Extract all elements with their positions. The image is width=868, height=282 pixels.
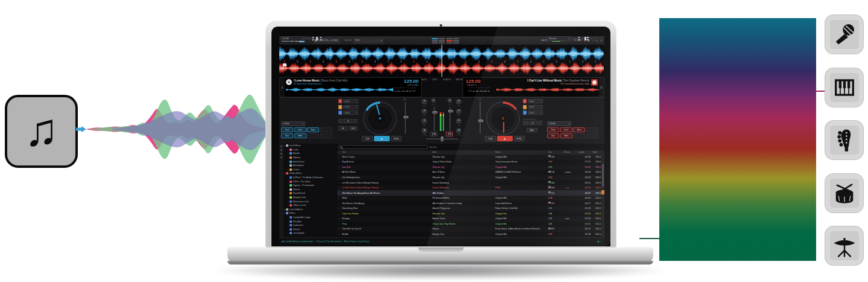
track-scrollbar[interactable]: [601, 150, 604, 237]
eq-knob-group[interactable]: FILTER: [422, 128, 427, 135]
fx-select[interactable]: NOISE▾: [281, 36, 305, 41]
eq-knob-group[interactable]: MID: [456, 109, 461, 116]
stem-pad[interactable]: HiHat: [294, 133, 306, 138]
deck-a-overview-waveform[interactable]: [286, 87, 393, 92]
sync-button[interactable]: SYNC: [391, 136, 402, 141]
prev-icon[interactable]: ◀: [282, 240, 284, 243]
bass-guitar-button[interactable]: [825, 120, 864, 160]
deck-b-bpm[interactable]: 125.00: [466, 79, 480, 84]
close-button[interactable]: ×: [600, 39, 602, 42]
fx-toggle-button[interactable]: [328, 37, 331, 40]
eq-knob-group[interactable]: FILTER: [456, 128, 461, 135]
stem-pad[interactable]: [320, 127, 332, 132]
hotcue-button[interactable]: Cue 1›: [343, 99, 358, 103]
table-row[interactable]: ♪ She Moves (Far Away) Alle Farben ft. G…: [337, 200, 601, 206]
column-artist[interactable]: Artist: [432, 151, 437, 153]
stem-pad[interactable]: [307, 133, 319, 138]
eq-knob[interactable]: [422, 118, 427, 124]
stem-pad[interactable]: Kick: [281, 133, 293, 138]
headphone-cue-right[interactable]: [446, 132, 453, 136]
hotcue-row[interactable]: 2 Cue 2›: [523, 105, 543, 109]
loop-double-button[interactable]: ›: [537, 121, 542, 125]
cymbal-button[interactable]: [825, 226, 864, 266]
play-icon[interactable]: ▶: [598, 240, 600, 243]
deck-b-stems-dropdown[interactable]: STEMS▾: [547, 121, 571, 126]
stem-pad[interactable]: Bass: [573, 127, 585, 132]
sidebar-folder-item[interactable]: Last played: [284, 231, 337, 236]
recommended-track[interactable]: Prince & The Revolution - When Doves Cry…: [317, 240, 369, 243]
hotcue-number[interactable]: 1: [338, 99, 342, 103]
cue-button[interactable]: CUE: [362, 136, 373, 141]
loop-size[interactable]: 32: [528, 121, 537, 125]
deck-a-stems-dropdown[interactable]: STEMS▾: [281, 121, 305, 126]
crossfader[interactable]: [426, 138, 458, 139]
fx-slider[interactable]: [572, 38, 593, 39]
deck-select-cluster[interactable]: [432, 38, 459, 44]
deck-a-pitch-fader[interactable]: [405, 102, 406, 133]
hotcue-number[interactable]: 2: [523, 105, 527, 109]
eq-knob[interactable]: [422, 109, 427, 114]
loop-in-button[interactable]: IN: [338, 126, 347, 130]
loop-double-button[interactable]: ›: [353, 119, 358, 123]
table-row[interactable]: ♪ What Ferdinand Weber Original Mix 05A …: [337, 196, 601, 201]
table-row[interactable]: ♪ Here I Come Sharam Jey Original Mix 03…: [337, 155, 601, 160]
eq-knob-group[interactable]: HIGH: [456, 99, 461, 106]
table-row[interactable]: ♪ Let Me Down (Tube & Berger Remix) Dani…: [337, 185, 601, 191]
deck-a-jogwheel[interactable]: [363, 101, 397, 135]
eq-knob[interactable]: [456, 99, 461, 104]
stem-pad[interactable]: Instru: [560, 127, 572, 132]
hotcue-row[interactable]: 3 Cue 3›: [523, 111, 543, 115]
stem-pad[interactable]: [586, 127, 598, 132]
eq-knob[interactable]: [456, 118, 461, 124]
tab-video[interactable]: VIDEO: [432, 79, 437, 81]
table-row[interactable]: ♪ Let Me Down (Tube & Berger Remix) Dani…: [337, 180, 601, 185]
search-input[interactable]: [338, 145, 428, 149]
deck-b-overview-waveform[interactable]: [496, 87, 599, 92]
sync-button[interactable]: SYNC: [514, 136, 525, 141]
layout-dropdown[interactable]: PRO ▾: [353, 38, 384, 43]
stem-pad[interactable]: Bass: [307, 127, 319, 132]
sidebar-folder-item[interactable]: • Crates: [284, 168, 337, 172]
deck-b-pitch-fader[interactable]: [480, 102, 481, 133]
sidebar-folder-item[interactable]: ▾ Online Music: [284, 171, 337, 176]
stem-pad[interactable]: [586, 133, 598, 138]
hotcue-number[interactable]: 3: [523, 111, 527, 115]
sidebar-folder-item[interactable]: Compatible songs: [284, 216, 337, 220]
table-row[interactable]: ♪ Something New Axwell Λ Ingrosso Robin …: [337, 206, 601, 211]
fx-row[interactable]: NOISE▾: [281, 36, 331, 41]
hotcue-button[interactable]: Cue 3›: [528, 111, 543, 115]
sidebar-folder-item[interactable]: • Videoer: [284, 156, 337, 160]
eq-knob[interactable]: [422, 128, 427, 133]
sidebar-folder-item[interactable]: • Skrivebord: [284, 164, 337, 168]
loop-half-button[interactable]: ‹: [338, 119, 343, 123]
tab-scratch[interactable]: SCRATCH: [443, 79, 451, 81]
hotcue-row[interactable]: 1 Cue 1›: [523, 99, 543, 103]
headphone-cue-left[interactable]: [430, 132, 437, 136]
table-row[interactable]: ♪ Jam Hot! Sharam Jey Original Mix 02B 0…: [337, 165, 601, 170]
tab-audio[interactable]: AUDIO: [422, 79, 427, 81]
table-row[interactable]: ♪ Clap Your Hands Sharam Jey Original mi…: [337, 211, 601, 217]
fx-select[interactable]: Wahwah▾: [547, 36, 571, 41]
hotcue-row[interactable]: 2 Cue 2›: [338, 105, 358, 109]
music-note-button[interactable]: ♫: [5, 95, 78, 168]
dismiss-icon[interactable]: ×: [601, 240, 602, 243]
rhythm-wave-panel[interactable]: [279, 45, 604, 77]
sidebar-folder-item[interactable]: Duplicates: [284, 223, 337, 228]
column-rating[interactable]: Rating: [564, 151, 569, 153]
loop-size[interactable]: 16: [344, 119, 352, 123]
tab-master[interactable]: MASTER: [456, 79, 463, 81]
channel-fader-left[interactable]: [434, 107, 435, 131]
rec-button[interactable]: REC: [527, 128, 537, 132]
sidebar-folder-item[interactable]: • Musikk: [284, 152, 337, 156]
eq-knob-group[interactable]: LOW: [422, 118, 427, 126]
deck-b-jogwheel[interactable]: [486, 101, 520, 135]
cue-button[interactable]: CUE: [485, 136, 496, 141]
sidebar-folder-item[interactable]: Digitrax - Pro Karaoke: [284, 184, 337, 188]
deck-b-letter[interactable]: B: [599, 78, 604, 97]
table-row[interactable]: ♪ Rap A Verse Vijay & Sofia Zlatko Tony …: [337, 159, 601, 165]
table-row[interactable]: ♪ Like Nobody Does Sharam Jey Original M…: [337, 175, 601, 181]
stem-pad[interactable]: Vocal: [281, 127, 293, 132]
deck-a-bpm[interactable]: 125.00: [404, 79, 419, 84]
hotcue-button[interactable]: Cue 3›: [343, 111, 358, 115]
eq-knob[interactable]: [456, 109, 461, 114]
